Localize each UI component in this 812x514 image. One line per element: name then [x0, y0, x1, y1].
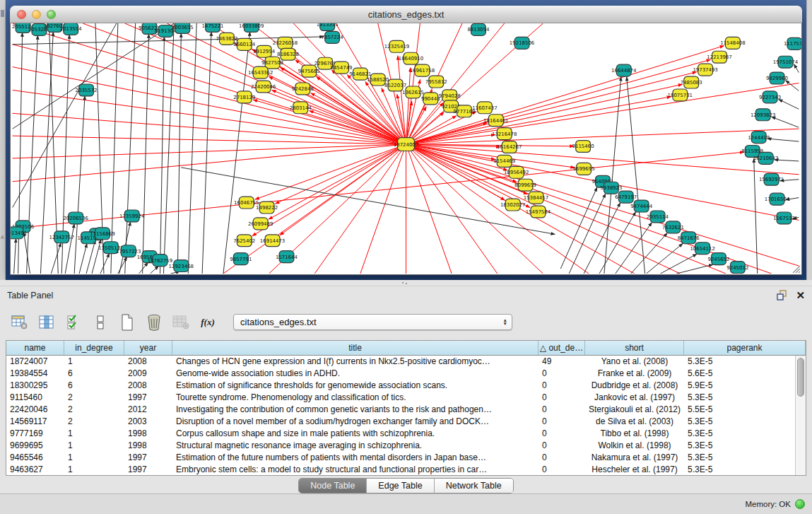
graph-node[interactable]: 23226058: [273, 37, 298, 49]
table-cell[interactable]: Tourette syndrome. Phenomenology and cla…: [172, 392, 539, 404]
table-cell[interactable]: Wolkin et al. (1998): [585, 440, 684, 452]
table-cell[interactable]: Investigating the contribution of common…: [172, 404, 539, 416]
table-cell[interactable]: 0: [539, 392, 585, 404]
table-cell[interactable]: 2003: [124, 416, 172, 428]
column-header-pagerank[interactable]: pagerank: [684, 341, 806, 355]
table-cell[interactable]: Disruption of a novel member of a sodium…: [172, 416, 539, 428]
table-cell[interactable]: 9465546: [6, 452, 64, 464]
column-header-out-degree[interactable]: △ out_de…: [539, 341, 585, 355]
select-all-button[interactable]: [64, 313, 83, 332]
graph-node[interactable]: 9829960: [766, 72, 788, 84]
table-cell[interactable]: Franke et al. (2009): [585, 368, 684, 380]
table-cell[interactable]: 18724007: [6, 356, 64, 368]
table-cell[interactable]: Genome-wide association studies in ADHD.: [172, 368, 539, 380]
table-cell[interactable]: Nakamura et al. (1997): [585, 452, 684, 464]
graph-node[interactable]: 9699695: [573, 163, 595, 175]
close-panel-icon[interactable]: ✕: [796, 290, 805, 300]
graph-node[interactable]: 9227343: [759, 91, 781, 103]
table-cell[interactable]: 2008: [124, 356, 172, 368]
graph-node[interactable]: 7857224: [322, 31, 344, 43]
graph-node[interactable]: 16033809: [239, 23, 264, 32]
table-cell[interactable]: 1: [64, 428, 124, 440]
table-cell[interactable]: 5.3E-5: [684, 440, 795, 452]
table-cell[interactable]: 0: [539, 380, 585, 392]
table-cell[interactable]: 0: [539, 452, 585, 464]
graph-node[interactable]: 9245652: [708, 253, 730, 265]
table-cell[interactable]: 5.3E-5: [684, 428, 795, 440]
table-cell[interactable]: Structural magnetic resonance image aver…: [172, 440, 539, 452]
table-cell[interactable]: 6: [64, 380, 124, 392]
table-cell[interactable]: 2: [64, 404, 124, 416]
table-cell[interactable]: 2: [64, 392, 124, 404]
table-cell[interactable]: 1: [64, 452, 124, 464]
table-settings-button[interactable]: [10, 313, 30, 332]
graph-node[interactable]: 19751074: [773, 56, 799, 68]
table-cell[interactable]: 0: [539, 464, 585, 475]
graph-node[interactable]: 2935114: [647, 211, 669, 223]
graph-node[interactable]: 13216478: [492, 128, 517, 140]
table-cell[interactable]: 5.3E-5: [684, 356, 795, 368]
graph-node[interactable]: 8186328: [277, 48, 299, 60]
table-cell[interactable]: 1: [64, 356, 124, 368]
graph-node[interactable]: 9242848: [292, 83, 314, 95]
table-scrollbar-thumb[interactable]: [797, 358, 804, 397]
graph-node[interactable]: 7632621: [662, 221, 684, 233]
graph-node[interactable]: 18075731: [668, 89, 693, 101]
column-header-title[interactable]: title: [172, 341, 539, 355]
panel-splitter[interactable]: [0, 280, 812, 286]
clear-selection-button[interactable]: [90, 313, 110, 332]
delete-entries-button[interactable]: [144, 313, 164, 332]
network-canvas[interactable]: 2055124105328718276072013554905622181913…: [10, 23, 802, 275]
graph-node[interactable]: 9115460: [572, 141, 594, 153]
graph-node[interactable]: 18640910: [399, 52, 423, 64]
citation-network-graph[interactable]: 2055124105328718276072013554905622181913…: [11, 23, 801, 274]
table-cell[interactable]: de Silva et al. (2003): [585, 416, 684, 428]
table-cell[interactable]: Yano et al. (2008): [585, 356, 684, 368]
graph-node[interactable]: 9857791: [230, 253, 252, 265]
tab-node-table[interactable]: Node Table: [299, 479, 367, 493]
table-cell[interactable]: Corpus callosum shape and size in male p…: [172, 428, 539, 440]
table-cell[interactable]: 6: [64, 368, 124, 380]
table-cell[interactable]: 5.3E-5: [684, 452, 795, 464]
column-header-short[interactable]: short: [585, 341, 684, 355]
graph-node[interactable]: 9475685: [298, 65, 320, 77]
table-cell[interactable]: 1: [64, 440, 124, 452]
table-cell[interactable]: Embryonic stem cells: a model to study s…: [172, 464, 539, 475]
table-cell[interactable]: 9777169: [6, 428, 64, 440]
graph-node[interactable]: 1475221: [202, 23, 224, 32]
graph-node[interactable]: 1498222: [256, 201, 278, 214]
window-resize-grip[interactable]: [791, 264, 801, 274]
graph-node[interactable]: 7485083: [681, 76, 702, 88]
table-cell[interactable]: 2008: [124, 380, 172, 392]
graph-node[interactable]: 9474444: [630, 200, 653, 212]
table-cell[interactable]: Stergiakouli et al. (2012): [585, 404, 684, 416]
table-selector-dropdown[interactable]: citations_edges.txt ▲▼: [233, 314, 512, 330]
table-cell[interactable]: Hescheler et al. (1997): [585, 464, 684, 475]
graph-node[interactable]: 17016504: [765, 193, 790, 205]
table-cell[interactable]: 2: [64, 416, 124, 428]
graph-node[interactable]: 15692971: [759, 173, 784, 185]
table-cell[interactable]: 1997: [124, 464, 172, 475]
graph-node[interactable]: 990448: [421, 93, 440, 105]
new-table-button[interactable]: [117, 313, 137, 332]
graph-node[interactable]: 7955812: [425, 76, 447, 88]
table-cell[interactable]: 0: [539, 428, 585, 440]
graph-node[interactable]: 11548408: [720, 37, 745, 49]
table-row[interactable]: 1938455462009Genome-wide association stu…: [6, 368, 795, 380]
table-cell[interactable]: 2009: [124, 368, 172, 380]
graph-node[interactable]: 20206536: [63, 212, 88, 224]
graph-node[interactable]: 8471676: [678, 232, 700, 244]
table-row[interactable]: 977716911998Corpus callosum shape and si…: [6, 428, 795, 440]
table-cell[interactable]: 1: [64, 464, 124, 475]
graph-node[interactable]: 1117534: [784, 37, 801, 49]
table-cell[interactable]: 1998: [124, 440, 172, 452]
table-cell[interactable]: Changes of HCN gene expression and I(f) …: [172, 356, 539, 368]
table-cell[interactable]: 5.3E-5: [684, 392, 795, 404]
window-close-button[interactable]: [17, 10, 26, 19]
table-cell[interactable]: 2012: [124, 404, 172, 416]
table-row[interactable]: 911546021997Tourette syndrome. Phenomeno…: [6, 392, 795, 404]
graph-node[interactable]: 18164461: [483, 115, 508, 127]
function-builder-button[interactable]: f(x): [198, 313, 218, 332]
column-header-year[interactable]: year: [124, 341, 172, 355]
column-header-name[interactable]: name: [6, 341, 64, 355]
